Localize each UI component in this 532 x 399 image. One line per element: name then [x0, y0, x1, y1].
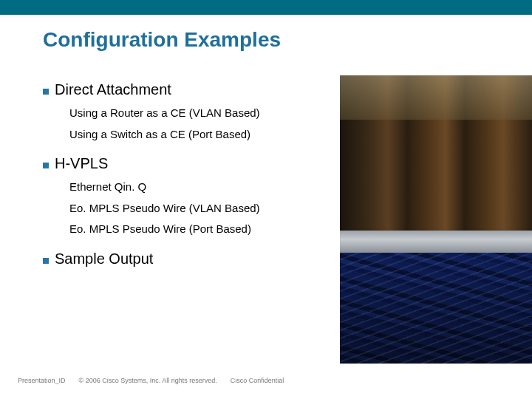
- section-heading-row: H-VPLS: [43, 155, 338, 172]
- top-bar: [0, 0, 532, 15]
- slide: Configuration Examples Direct Attachment…: [0, 0, 532, 399]
- section-heading-row: Direct Attachment: [43, 81, 338, 98]
- section-subitem: Using a Switch as a CE (Port Based): [69, 124, 338, 146]
- square-bullet-icon: [43, 89, 49, 95]
- section-h-vpls: H-VPLS Ethernet Qin. Q Eo. MPLS Pseudo W…: [43, 155, 338, 240]
- cable-tray: [340, 231, 532, 253]
- blue-cables: [340, 253, 532, 364]
- section-heading: Sample Output: [55, 250, 153, 267]
- content-area: Direct Attachment Using a Router as a CE…: [43, 81, 338, 278]
- section-direct-attachment: Direct Attachment Using a Router as a CE…: [43, 81, 338, 145]
- confidential-label: Cisco Confidential: [231, 377, 284, 384]
- section-subitem: Using a Router as a CE (VLAN Based): [69, 103, 338, 124]
- presentation-id: Presentation_ID: [18, 377, 66, 384]
- ceiling-lights: [340, 75, 532, 120]
- section-heading-row: Sample Output: [43, 250, 338, 267]
- section-sample-output: Sample Output: [43, 250, 338, 267]
- footer: Presentation_ID © 2006 Cisco Systems, In…: [18, 377, 284, 384]
- copyright: © 2006 Cisco Systems, Inc. All rights re…: [79, 377, 217, 384]
- section-heading: H-VPLS: [55, 155, 108, 172]
- square-bullet-icon: [43, 258, 49, 264]
- square-bullet-icon: [43, 163, 49, 168]
- section-heading: Direct Attachment: [55, 81, 171, 98]
- section-subitem: Eo. MPLS Pseudo Wire (VLAN Based): [69, 198, 338, 219]
- section-subitem: Eo. MPLS Pseudo Wire (Port Based): [69, 219, 338, 240]
- slide-title: Configuration Examples: [43, 28, 281, 52]
- section-subitem: Ethernet Qin. Q: [69, 177, 338, 198]
- datacenter-photo: [340, 75, 532, 364]
